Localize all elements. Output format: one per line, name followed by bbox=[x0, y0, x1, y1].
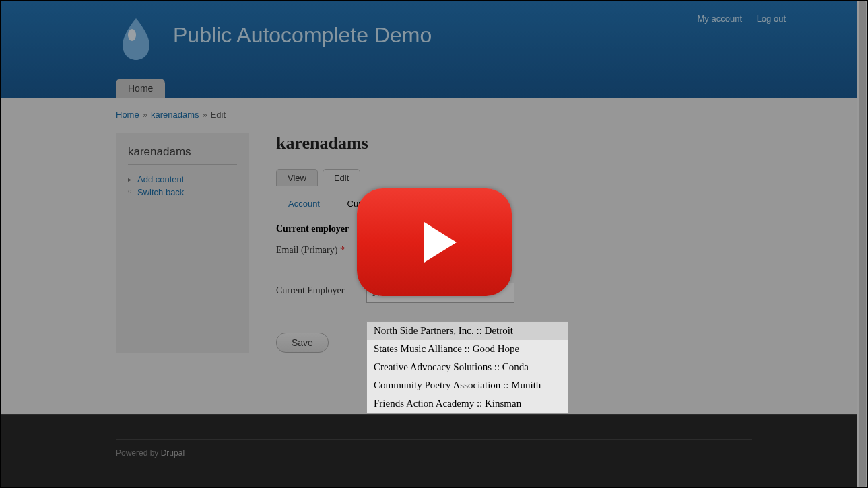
breadcrumb-current: Edit bbox=[211, 110, 226, 120]
powered-by: Powered by bbox=[116, 448, 161, 458]
logout-link[interactable]: Log out bbox=[757, 13, 786, 24]
email-label: Email (Primary) * bbox=[276, 242, 364, 256]
sidebar-switch-back[interactable]: Switch back bbox=[137, 187, 184, 197]
site-title: Public Autocomplete Demo bbox=[173, 23, 432, 48]
breadcrumb-user[interactable]: karenadams bbox=[151, 110, 199, 120]
footer: Powered by Drupal bbox=[1, 414, 867, 487]
employer-label: Current Employer bbox=[276, 283, 364, 296]
field-email: Email (Primary) * bbox=[276, 242, 752, 256]
scrollbar[interactable] bbox=[857, 1, 867, 487]
main-region: karenadams View Edit Account Curr Curren… bbox=[276, 133, 752, 353]
autocomplete-option[interactable]: States Music Alliance :: Good Hope bbox=[367, 340, 568, 358]
scrollbar-thumb[interactable] bbox=[859, 1, 866, 487]
autocomplete-option[interactable]: Creative Advocacy Solutions :: Conda bbox=[367, 358, 568, 376]
sidebar: karenadams Add content Switch back bbox=[116, 133, 249, 353]
drupal-link[interactable]: Drupal bbox=[161, 448, 185, 458]
primary-nav: Home bbox=[116, 79, 165, 98]
nav-home[interactable]: Home bbox=[116, 79, 165, 98]
breadcrumb-home[interactable]: Home bbox=[116, 110, 139, 120]
subtab-account[interactable]: Account bbox=[276, 196, 332, 211]
page-title: karenadams bbox=[276, 133, 752, 153]
autocomplete-dropdown: North Side Partners, Inc. :: Detroit Sta… bbox=[366, 321, 568, 413]
play-icon bbox=[357, 188, 512, 296]
tab-view[interactable]: View bbox=[276, 169, 318, 186]
section-heading: Current employer bbox=[276, 223, 752, 234]
tabs-primary: View Edit bbox=[276, 168, 752, 186]
save-button[interactable]: Save bbox=[276, 333, 329, 353]
tab-edit[interactable]: Edit bbox=[323, 169, 360, 186]
sidebar-add-content[interactable]: Add content bbox=[137, 174, 184, 184]
site-header: My account Log out Public Autocomplete D… bbox=[1, 1, 867, 98]
my-account-link[interactable]: My account bbox=[698, 13, 742, 24]
user-menu: My account Log out bbox=[686, 13, 786, 24]
sidebar-title: karenadams bbox=[128, 145, 237, 165]
svg-point-0 bbox=[128, 29, 136, 41]
breadcrumb: Home»karenadams»Edit bbox=[116, 110, 752, 120]
autocomplete-option[interactable]: Friends Action Academy :: Kinsman bbox=[367, 394, 568, 413]
autocomplete-option[interactable]: Community Poetry Association :: Munith bbox=[367, 376, 568, 394]
autocomplete-option[interactable]: North Side Partners, Inc. :: Detroit bbox=[367, 322, 568, 340]
drupal-logo-icon bbox=[116, 15, 156, 62]
field-current-employer: Current Employer bbox=[276, 283, 752, 303]
video-play-button[interactable] bbox=[357, 188, 512, 296]
tabs-secondary: Account Curr bbox=[276, 196, 752, 211]
